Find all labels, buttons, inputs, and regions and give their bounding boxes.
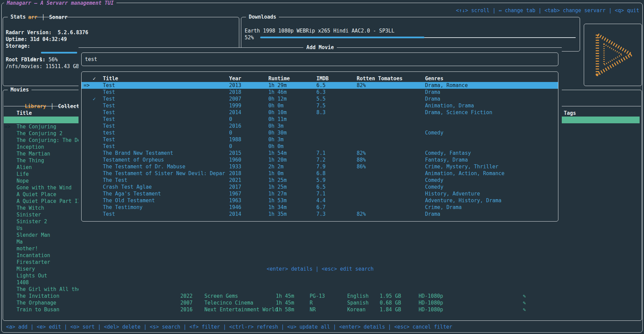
result-genres: Adventure, History, Drama	[425, 197, 502, 204]
result-year: 2007	[229, 96, 241, 102]
result-title: Test	[103, 143, 115, 150]
modal-keybindings: <enter> details | <esc> edit search	[79, 266, 562, 272]
result-year: 1960	[229, 156, 241, 163]
search-result-row[interactable]: => Test 2013 1h 29m 6.5 82% Drama, Roman…	[82, 82, 558, 89]
search-result-row[interactable]: The Testament of Dr. Mabuse 1933 2h 2m 7…	[82, 163, 558, 170]
search-result-row[interactable]: Testament of Orpheus 1960 1h 20m 7.2 88%…	[82, 156, 558, 163]
result-year: 0	[229, 143, 232, 150]
result-imdb: 5.9	[316, 177, 326, 184]
result-title: Test	[103, 96, 115, 102]
search-result-row[interactable]: The Testimony 1946 1h 34m 6.7 Crime, Dra…	[82, 204, 558, 211]
movie-runtime: 1h 58m	[276, 306, 294, 313]
movie-language: Korean	[347, 306, 365, 313]
add-movie-modal: Add Movie ✓ Title Year Runtime IMDB Rott…	[79, 47, 562, 294]
downloads-panel-title: Downloads	[246, 14, 279, 20]
tab-library[interactable]: Library	[25, 103, 46, 109]
search-result-row[interactable]: Test 2018 1h 46m 6.3 Drama	[82, 89, 558, 96]
result-runtime: 0h 11m	[268, 116, 287, 123]
result-imdb: 7.5	[316, 102, 326, 109]
disk-gauge-fill	[41, 52, 77, 54]
search-result-row[interactable]: Test 2014 0h 10m 8.3 Drama, Science Fict…	[82, 109, 558, 116]
result-year: 2015	[229, 150, 241, 156]
result-title: Crash Test Aglae	[103, 184, 152, 190]
movie-detail-row[interactable]: 2016 Next Entertainment World 1h 58m NR …	[3, 306, 639, 313]
result-title: Test	[103, 102, 115, 109]
movies-tab-divider: │	[50, 103, 53, 109]
result-rotten-tomatoes: 82%	[357, 211, 366, 217]
result-runtime: 0h 0m	[268, 143, 284, 150]
search-result-row[interactable]: The Old Testament 1963 1h 53m 4.4 Advent…	[82, 197, 558, 204]
result-runtime: 0h 3m	[268, 136, 284, 143]
result-genres: Comedy	[425, 129, 443, 136]
search-result-row[interactable]: The Test 2021 1h 25m 5.9 Comedy	[82, 177, 558, 184]
movies-column-tags: Tags	[564, 110, 576, 117]
result-genres: Drama, Science Fiction	[425, 109, 492, 116]
result-runtime: 0h 30m	[268, 129, 287, 136]
result-runtime: 1h 0m	[268, 170, 284, 177]
movie-detail-row[interactable]: 2022 Screen Gems 1h 45m PG-13 English 1.…	[3, 293, 639, 299]
result-runtime: 1h 34m	[268, 204, 287, 211]
movie-title: Gone with the Wind	[17, 185, 72, 191]
movie-size: 1.95 GB	[380, 293, 401, 299]
result-rotten-tomatoes: 88%	[357, 156, 366, 163]
movie-title: Sinister 2	[17, 218, 47, 225]
monitored-icon: ✎	[523, 299, 526, 306]
search-result-row[interactable]: The Testament of Sister New Devil: Depar…	[82, 170, 558, 177]
search-result-row[interactable]: Test 0 0h 0m	[82, 143, 558, 150]
movie-runtime: 1h 45m	[276, 293, 294, 299]
search-results-rows: => Test 2013 1h 29m 6.5 82% Drama, Roman…	[82, 82, 558, 217]
movie-search-input[interactable]	[84, 53, 553, 65]
movie-title: The Conjuring 2	[17, 130, 62, 137]
global-keybindings: <↑↓> scroll | ↔ change tab | <tab> chang…	[456, 7, 639, 14]
search-result-row[interactable]: Crash Test Aglae 2017 1h 25m 6.5 Comedy	[82, 184, 558, 190]
servarr-tabs: Radarr│Sonarr	[7, 7, 68, 14]
movie-title: Us	[17, 225, 23, 231]
result-title: The Brand New Testament	[103, 150, 173, 156]
movies-column-title: Title	[17, 110, 32, 117]
search-result-row[interactable]: Test 2016 0h 3m	[82, 123, 558, 129]
movie-title: 1408	[17, 279, 29, 286]
result-year: 2017	[229, 184, 241, 190]
movie-year: 2016	[180, 306, 193, 313]
search-results-table: ✓ Title Year Runtime IMDB Rotten Tomatoe…	[81, 71, 558, 222]
result-imdb: 6.3	[316, 89, 326, 96]
search-result-row[interactable]: Test 1999 0h 0m 7.5 Animation, Drama	[82, 102, 558, 109]
root-folders-label: Root Folders:	[6, 56, 45, 63]
root-folder-path: /nfs/movies: 11511.43 GB	[6, 63, 79, 70]
result-runtime: 1h 53m	[268, 197, 287, 204]
result-genres: Crime, Drama	[425, 204, 462, 211]
result-genres: Crime, Mystery, Thriller	[425, 163, 498, 170]
movie-rating: NR	[310, 306, 316, 313]
result-runtime: 1h 54m	[268, 150, 287, 156]
header-runtime: Runtime	[268, 75, 290, 82]
movie-quality-profile: HD-1080p	[419, 299, 443, 306]
checkmark-icon: ✓	[93, 96, 96, 102]
movie-size: 0.68 GB	[380, 299, 401, 306]
movie-detail-row[interactable]: 2007 Telecinco Cinema 1h 45m R Spanish 0…	[3, 299, 639, 306]
movie-studio: Screen Gems	[204, 293, 238, 299]
result-runtime: 0h 12m	[268, 96, 287, 102]
search-result-row[interactable]: Test 0 0h 11m	[82, 116, 558, 123]
result-imdb: 7.1	[316, 150, 326, 156]
selection-pointer-icon: =>	[84, 82, 90, 89]
search-result-row[interactable]: ✓ Test 2007 0h 12m 5.5 Drama	[82, 96, 558, 102]
header-genres: Genres	[425, 75, 443, 82]
movie-search-box	[81, 53, 558, 66]
result-genres: Drama	[425, 211, 440, 217]
search-result-row[interactable]: test 0 0h 30m Comedy	[82, 129, 558, 136]
result-runtime: 1h 25m	[268, 184, 287, 190]
result-title: The Test	[103, 177, 127, 184]
search-result-row[interactable]: The Aga's Testament 1967 1h 27m 7.1 Hist…	[82, 190, 558, 197]
result-title: Test	[103, 123, 115, 129]
search-result-row[interactable]: The Brand New Testament 2015 1h 54m 7.1 …	[82, 150, 558, 156]
movies-panel-title: Movies	[8, 87, 31, 93]
result-title: The Aga's Testament	[103, 190, 161, 197]
result-imdb: 7.3	[316, 211, 326, 217]
result-runtime: 1h 25m	[268, 177, 287, 184]
result-year: 2021	[229, 177, 241, 184]
header-checkmark-icon: ✓	[93, 75, 96, 82]
search-result-row[interactable]: Test 2014 1h 35m 7.3 82% Drama	[82, 211, 558, 217]
download-progress-bar	[260, 34, 576, 41]
search-result-row[interactable]: Test 1988 0h 3m	[82, 136, 558, 143]
footer-keybindings: <a> add | <e> edit | <o> sort | <del> de…	[6, 323, 452, 330]
